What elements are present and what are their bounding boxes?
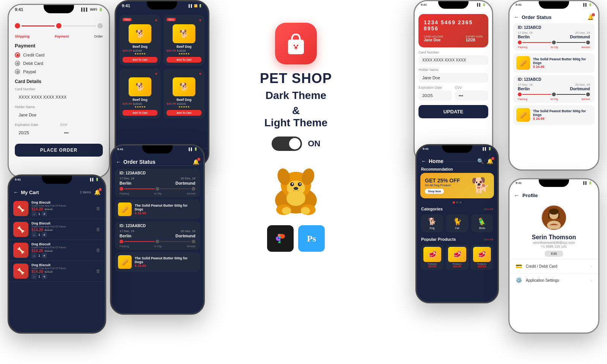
order-notification-light[interactable]: 🔔1 [587,14,594,20]
home-header: ← Home 🔍 🔔2 [417,155,498,167]
form-holder-field[interactable]: Jane Doe [418,73,488,83]
order-from-city-2: Berlin [120,234,131,238]
holder-name-field[interactable]: Jane Doe [15,110,103,120]
qty-increase-1[interactable]: + [42,211,47,217]
status-time: 9:41 [516,3,522,6]
cart-item-info-1: Dog Biscuit Grain Free And Full Of Flavo… [31,201,93,217]
search-icon[interactable]: 🔍 [477,158,484,164]
product-grid: New ♥ 🐕 Beef Dog $25.99 $ 25.99 ★★★★★ Ad… [116,12,208,122]
profile-credit-card-menu[interactable]: 💳 Credit / Debit Card › [510,259,598,273]
form-cvv-field[interactable]: ••• [455,91,488,100]
product-stars-4: ★★★★★ [167,105,201,108]
status-icons: ▌▌ 🔋 [483,147,492,151]
back-arrow-profile[interactable]: ← [514,192,519,198]
track-dot-incity [156,187,159,191]
wishlist-icon-3[interactable]: ♥ [155,72,157,76]
theme-toggle[interactable] [272,136,302,151]
card-number-label: Card Number [15,87,103,91]
status-icons: ▌▌ 🔋 [583,3,592,6]
delete-cart-item-1[interactable]: 🗑 [96,206,101,211]
qty-decrease-4[interactable]: - [31,274,37,279]
order-item-1: ID: 123AABCD 17 Dec, 19 20 Dec, 19 Berli… [115,169,200,197]
wishlist-icon-1[interactable]: ♥ [155,18,157,22]
delete-cart-item-3[interactable]: 🗑 [96,248,101,253]
app-theme-and: & [216,105,376,117]
back-arrow-icon[interactable]: ← [116,159,121,165]
delete-cart-item-4[interactable]: 🗑 [96,268,101,274]
wishlist-icon-4[interactable]: ♥ [199,72,201,76]
order-product-1: 🥜 The Solid Peanut Butter 500g for Dogs … [115,199,200,219]
category-cat[interactable]: 🐈 Cat [446,214,468,232]
track-dot-incity-2 [156,240,159,243]
qty-decrease-2[interactable]: - [31,232,37,237]
popular-see-all[interactable]: See All [484,238,493,241]
light-product-name-1: The Solid Peanut Butter 500g for Dogs [533,57,591,65]
rec-dot-1 [453,201,455,204]
cart-item-old-price-1: $23.20 [45,208,53,210]
categories-see-all[interactable]: See All [484,207,493,211]
shop-now-button[interactable]: Shop Now [425,189,444,194]
svg-point-14 [292,183,293,185]
toggle-knob [289,138,300,149]
svg-point-21 [301,207,310,215]
form-card-number-field[interactable]: XXXX XXXX XXXX XXXX [418,55,488,65]
form-expiry-field[interactable]: 20/25 [418,91,452,100]
cart-notification[interactable]: 🔔2 [94,189,101,195]
add-to-cart-button-4[interactable]: Add To Cart [167,110,201,116]
qty-increase-2[interactable]: + [42,232,47,237]
qty-increase-4[interactable]: + [42,274,47,279]
home-notification[interactable]: 🔔2 [487,158,493,164]
cart-item-price-2: $14.20 [31,228,43,232]
place-order-button[interactable]: PLACE ORDER [15,144,103,157]
profile-settings-menu[interactable]: ⚙️ Application Settings › [510,273,598,287]
card-number-field[interactable]: XXXX XXXX XXXX XXXX [15,92,103,102]
credit-card-option[interactable]: Credit Card [15,52,103,58]
paypal-radio[interactable] [15,69,20,74]
qty-decrease-3[interactable]: - [31,253,37,258]
expiry-field[interactable]: 20/25 [15,128,57,138]
product-order-info-2: The Solid Peanut Butter 500g for Dogs $ … [135,256,197,268]
product-price-3: $25.99 [123,102,132,105]
phone-profile: 9:41 ▌▌ 🔋 ← Profile Serin Thomson [508,178,599,334]
back-arrow-cart[interactable]: ← [13,189,19,195]
product-old-price-2: $ 25.99 [177,49,186,52]
add-to-cart-button-1[interactable]: Add To Cart [123,57,157,63]
profile-title: Profile [522,193,538,198]
order-status-title: Order Status [123,159,156,165]
qty-increase-3[interactable]: + [42,253,47,258]
qty-number-2: 1 [38,233,40,237]
back-arrow-light[interactable]: ← [514,14,519,20]
phone-order-status-dark: 9:41 ▌▌ 🔋 ← Order Status 🔔 1 ID: 123AABC… [110,144,205,315]
product-thumbnail-2: 🥜 [118,255,132,269]
cart-item-3: 🦴 Dog Biscuit Grain Free And Full Of Fla… [9,240,105,261]
qty-decrease-1[interactable]: - [31,211,37,217]
back-arrow-home[interactable]: ← [421,158,426,164]
light-from-city-2: Berlin [518,86,530,91]
product-image-3: 🐕 [129,77,151,96]
order-status-header: ← Order Status 🔔 1 [111,156,204,166]
status-icons: ▌▌ 🔋 [477,3,486,6]
settings-menu-label: Application Settings [526,278,587,282]
recommendation-dots [417,201,498,204]
phone-cart: 9:41 ▌▌ 🔋 ← My Cart 2 Items 🔔2 🦴 Dog Bis… [8,174,106,334]
cvv-field[interactable]: ••• [60,128,103,138]
cart-item-price-1: $14.20 [31,207,43,211]
credit-card-radio[interactable] [15,52,20,58]
debit-card-radio[interactable] [15,61,20,66]
add-to-cart-button-3[interactable]: Add To Cart [123,110,157,116]
add-to-cart-button-2[interactable]: Add To Cart [167,57,201,63]
category-birds[interactable]: 🦜 Birds [471,214,493,232]
wishlist-icon-2[interactable]: ♥ [199,18,201,22]
cart-item-image-4: 🦴 [13,264,28,279]
debit-card-option[interactable]: Debit Card [15,61,103,66]
cat-category-icon: 🐈 [449,217,465,226]
notification-bell[interactable]: 🔔 1 [193,159,199,165]
profile-edit-button[interactable]: Edit [545,251,563,257]
update-button[interactable]: UPDATE [418,105,488,118]
expiry-cvv-row: Expiration Date 20/25 CVV ••• [15,123,103,141]
app-theme-2: Light Theme [216,117,376,129]
delete-cart-item-2[interactable]: 🗑 [96,227,101,232]
settings-menu-arrow: › [591,278,592,282]
paypal-option[interactable]: Paypal [15,69,103,74]
category-dog[interactable]: 🐕 Dog [421,214,443,232]
